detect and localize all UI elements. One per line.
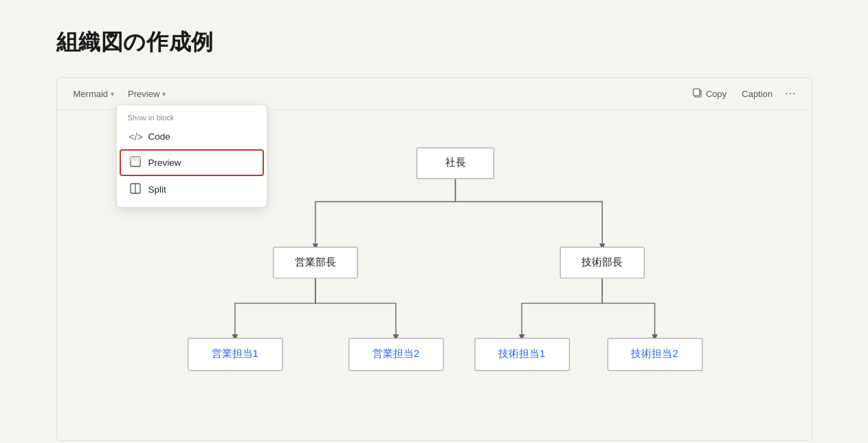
svg-text:営業担当2: 営業担当2 <box>372 347 419 359</box>
dropdown-item-code[interactable]: </> Code <box>117 125 267 149</box>
dropdown-item-preview[interactable]: Preview <box>120 149 264 176</box>
toolbar-right: Copy Caption ··· <box>686 85 801 102</box>
dropdown-menu: Show in block </> Code Preview <box>116 105 267 208</box>
caption-label: Caption <box>742 89 772 99</box>
mermaid-dropdown-button[interactable]: Mermaid ▾ <box>68 86 120 102</box>
svg-rect-1 <box>131 157 140 161</box>
dropdown-item-split[interactable]: Split <box>117 176 267 203</box>
copy-icon <box>693 88 702 100</box>
copy-label: Copy <box>706 89 726 99</box>
code-label: Code <box>148 131 170 142</box>
svg-text:技術担当1: 技術担当1 <box>498 347 546 359</box>
preview-dropdown-button[interactable]: Preview ▾ <box>122 86 171 102</box>
more-button[interactable]: ··· <box>781 85 800 102</box>
caption-button[interactable]: Caption <box>735 86 779 102</box>
dropdown-section-label: Show in block <box>117 109 267 125</box>
svg-text:社長: 社長 <box>445 156 465 168</box>
svg-rect-5 <box>693 89 700 96</box>
preview-item-label: Preview <box>148 158 181 168</box>
svg-text:技術部長: 技術部長 <box>581 256 623 268</box>
diagram-container: Mermaid ▾ Preview ▾ Show in block </> Co… <box>56 77 812 441</box>
toolbar: Mermaid ▾ Preview ▾ Show in block </> Co… <box>57 78 812 110</box>
code-icon: </> <box>129 131 142 142</box>
split-icon <box>129 183 142 196</box>
copy-button[interactable]: Copy <box>686 85 733 102</box>
page-wrapper: 組織図の作成例 Mermaid ▾ Preview ▾ Show in bloc… <box>56 28 812 441</box>
mermaid-label: Mermaid <box>74 89 109 99</box>
svg-text:技術担当2: 技術担当2 <box>630 347 678 359</box>
svg-text:営業部長: 営業部長 <box>294 256 335 268</box>
svg-text:営業担当1: 営業担当1 <box>211 347 258 359</box>
preview-icon <box>129 156 142 169</box>
mermaid-chevron-icon: ▾ <box>111 90 114 98</box>
split-label: Split <box>148 184 166 195</box>
more-icon: ··· <box>785 87 796 99</box>
preview-label: Preview <box>128 89 159 99</box>
toolbar-left: Mermaid ▾ Preview ▾ Show in block </> Co… <box>68 86 172 102</box>
preview-chevron-icon: ▾ <box>162 90 166 98</box>
page-title: 組織図の作成例 <box>56 28 812 58</box>
